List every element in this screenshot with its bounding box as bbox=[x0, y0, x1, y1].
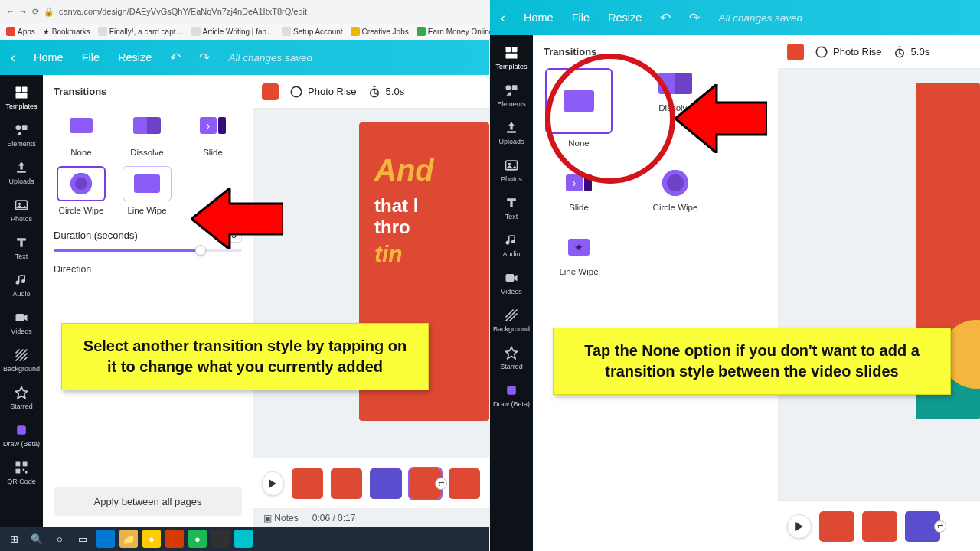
svg-rect-16 bbox=[506, 47, 511, 53]
transition-circle-wipe[interactable]: Circle Wipe bbox=[640, 168, 710, 212]
svg-rect-4 bbox=[22, 125, 28, 130]
file-menu[interactable]: File bbox=[572, 11, 590, 24]
url-text[interactable]: canva.com/design/DAEyVvGsQhY/EaNqVn7zj4n… bbox=[59, 7, 307, 16]
notes-toggle[interactable]: ▣ Notes bbox=[263, 513, 299, 523]
canva-top-bar: ‹ Home File Resize ↶ ↷ All changes saved bbox=[490, 0, 980, 35]
rail-text[interactable]: Text bbox=[0, 230, 43, 266]
rail-elements[interactable]: Elements bbox=[0, 117, 43, 153]
rail-qr[interactable]: QR Code bbox=[0, 455, 43, 491]
undo-icon[interactable]: ↶ bbox=[660, 10, 671, 26]
explorer-icon[interactable]: 📁 bbox=[119, 530, 138, 548]
resize-menu[interactable]: Resize bbox=[608, 11, 642, 24]
left-rail: Templates Elements Uploads Photos Text A… bbox=[490, 35, 533, 551]
bookmark-item[interactable]: Creative Jobs bbox=[351, 27, 409, 36]
rail-starred[interactable]: Starred bbox=[490, 340, 533, 376]
svg-point-22 bbox=[508, 163, 511, 165]
rail-templates[interactable]: Templates bbox=[0, 80, 43, 116]
page-thumbnail[interactable] bbox=[331, 468, 362, 499]
transition-badge-icon[interactable]: ⇄ bbox=[435, 478, 447, 490]
rail-audio[interactable]: Audio bbox=[0, 267, 43, 303]
page-icon bbox=[351, 27, 360, 36]
taskbar-app-icon[interactable] bbox=[96, 530, 115, 548]
redo-icon[interactable]: ↷ bbox=[199, 50, 210, 66]
animate-button[interactable]: Photo Rise bbox=[289, 85, 357, 99]
cortana-icon[interactable]: ○ bbox=[51, 530, 69, 548]
rail-audio[interactable]: Audio bbox=[490, 227, 533, 263]
search-icon[interactable]: 🔍 bbox=[28, 530, 46, 548]
page-icon bbox=[282, 27, 291, 36]
play-button[interactable] bbox=[787, 514, 812, 539]
nav-reload-icon[interactable]: ⟳ bbox=[32, 7, 39, 17]
transition-line-wipe[interactable]: Line Wipe bbox=[119, 166, 175, 215]
taskview-icon[interactable]: ▭ bbox=[74, 530, 92, 548]
play-button[interactable] bbox=[262, 471, 284, 496]
transitions-title: Transitions bbox=[54, 86, 242, 97]
back-icon[interactable]: ‹ bbox=[11, 50, 15, 66]
rail-text[interactable]: Text bbox=[490, 190, 533, 226]
rail-background[interactable]: Background bbox=[490, 302, 533, 338]
bookmark-item[interactable]: Article Writing | fan… bbox=[191, 27, 275, 36]
rail-photos[interactable]: Photos bbox=[0, 192, 43, 228]
rail-background[interactable]: Background bbox=[0, 342, 43, 378]
red-circle-annotation bbox=[545, 54, 675, 184]
timing-button[interactable]: 5.0s bbox=[368, 85, 405, 99]
spotify-icon[interactable]: ● bbox=[188, 530, 207, 548]
page-thumbnail[interactable] bbox=[449, 468, 480, 499]
transition-circle-wipe[interactable]: Circle Wipe bbox=[54, 166, 109, 215]
page-thumbnail[interactable] bbox=[819, 511, 854, 542]
transition-slide[interactable]: ›Slide bbox=[185, 108, 240, 157]
transition-dissolve[interactable]: Dissolve bbox=[119, 108, 175, 157]
bookmark-apps[interactable]: Apps bbox=[6, 27, 35, 36]
back-icon[interactable]: ‹ bbox=[501, 10, 505, 26]
animate-button[interactable]: Photo Rise bbox=[815, 45, 882, 59]
transition-none[interactable]: None bbox=[54, 108, 109, 157]
svg-rect-23 bbox=[506, 274, 514, 282]
page-color-swatch[interactable] bbox=[787, 44, 804, 60]
rail-photos[interactable]: Photos bbox=[490, 152, 533, 188]
rail-draw[interactable]: Draw (Beta) bbox=[0, 417, 43, 453]
rail-videos[interactable]: Videos bbox=[0, 305, 43, 341]
page-thumbnail[interactable] bbox=[292, 468, 323, 499]
duration-label: Duration (seconds) bbox=[54, 230, 138, 241]
rail-uploads[interactable]: Uploads bbox=[490, 115, 533, 151]
rail-templates[interactable]: Templates bbox=[490, 40, 533, 76]
resize-menu[interactable]: Resize bbox=[118, 51, 152, 64]
page-color-swatch[interactable] bbox=[262, 83, 279, 100]
svg-rect-2 bbox=[16, 93, 28, 99]
nav-back-icon[interactable]: ← bbox=[6, 7, 15, 16]
bookmark-item[interactable]: Setup Account bbox=[282, 27, 343, 36]
rail-videos[interactable]: Videos bbox=[490, 265, 533, 301]
redo-icon[interactable]: ↷ bbox=[689, 10, 700, 26]
chrome-icon[interactable]: ● bbox=[142, 530, 161, 548]
rail-draw[interactable]: Draw (Beta) bbox=[490, 377, 533, 413]
stopwatch-icon bbox=[893, 45, 906, 59]
rail-uploads[interactable]: Uploads bbox=[0, 155, 43, 191]
page-thumbnail[interactable]: ⇄ bbox=[410, 468, 441, 499]
apply-between-pages-button[interactable]: Apply between all pages bbox=[54, 487, 242, 516]
start-icon[interactable]: ⊞ bbox=[5, 530, 23, 548]
page-thumbnail[interactable]: ⇄ bbox=[905, 511, 940, 542]
home-link[interactable]: Home bbox=[34, 51, 64, 64]
canvas-zone: Photo Rise 5.0s ⇄ bbox=[778, 35, 980, 551]
save-status: All changes saved bbox=[718, 12, 802, 24]
svg-point-3 bbox=[16, 125, 21, 130]
animate-icon bbox=[289, 85, 303, 99]
rail-elements[interactable]: Elements bbox=[490, 77, 533, 113]
timing-button[interactable]: 5.0s bbox=[893, 45, 930, 59]
page-thumbnail[interactable] bbox=[862, 511, 897, 542]
canva-icon[interactable] bbox=[234, 530, 253, 548]
transition-line-wipe[interactable]: ★Line Wipe bbox=[544, 232, 614, 276]
red-arrow-icon bbox=[191, 188, 283, 249]
bookmark-item[interactable]: Finally!, a card capt… bbox=[98, 27, 184, 36]
home-link[interactable]: Home bbox=[524, 11, 554, 24]
taskbar-app-icon[interactable] bbox=[165, 530, 184, 548]
page-thumbnail[interactable] bbox=[370, 468, 401, 499]
bookmark-star[interactable]: ★Bookmarks bbox=[43, 28, 90, 36]
svg-rect-7 bbox=[16, 314, 24, 321]
rail-starred[interactable]: Starred bbox=[0, 380, 43, 416]
nav-fwd-icon[interactable]: → bbox=[19, 7, 28, 16]
taskbar-app-icon[interactable] bbox=[211, 530, 230, 548]
transition-badge-icon[interactable]: ⇄ bbox=[934, 520, 946, 533]
undo-icon[interactable]: ↶ bbox=[170, 50, 181, 66]
file-menu[interactable]: File bbox=[82, 51, 100, 64]
